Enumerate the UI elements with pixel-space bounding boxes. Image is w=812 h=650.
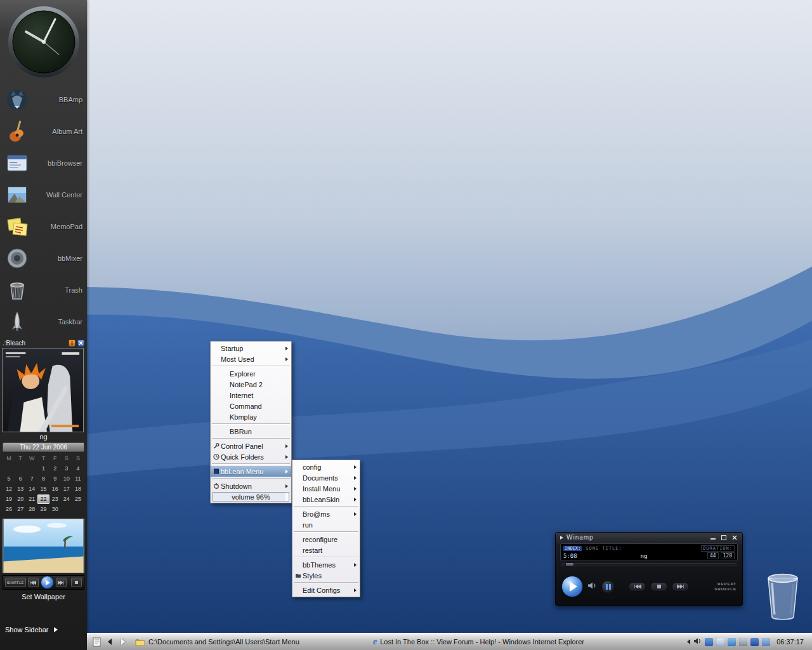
stop-button[interactable] — [71, 578, 82, 587]
calendar-day[interactable]: 23 — [49, 494, 61, 504]
menu-item-restart[interactable]: restart — [292, 545, 360, 555]
tray-icon[interactable] — [739, 638, 747, 646]
tray-icon[interactable] — [762, 638, 770, 646]
dock-item-bbamp[interactable]: BBAmp — [0, 84, 87, 116]
menu-item-bbthemes[interactable]: bbThemes — [292, 559, 360, 570]
calendar-date-bar[interactable]: Thu 22 Jun 2006 — [3, 442, 84, 452]
calendar-day[interactable]: 10 — [61, 474, 72, 484]
close-icon[interactable] — [77, 340, 84, 347]
menu-item-quick-folders[interactable]: Quick Folders — [211, 451, 291, 462]
calendar-day[interactable]: 11 — [72, 474, 84, 484]
show-sidebar-toggle[interactable]: Show Sidebar — [0, 623, 87, 650]
menu-item-run[interactable]: run — [292, 519, 360, 530]
stop-button[interactable] — [650, 582, 667, 592]
dock-item-album-art[interactable]: Album Art — [0, 116, 87, 147]
volume-slider[interactable]: volume 96% — [213, 492, 289, 501]
calendar-day[interactable]: 15 — [37, 484, 49, 494]
workspace-previous-button[interactable] — [104, 636, 115, 647]
menu-item-styles[interactable]: Styles — [292, 570, 360, 581]
dock-item-bbibrowser[interactable]: bbiBrowser — [0, 147, 87, 179]
taskbar-clock[interactable]: 06:37:17 — [773, 638, 807, 646]
menu-item-reconfigure[interactable]: reconfigure — [292, 534, 360, 545]
previous-track-button[interactable] — [629, 582, 646, 592]
tray-icon[interactable] — [716, 638, 724, 646]
wallpaper-thumbnail[interactable] — [3, 519, 84, 573]
set-wallpaper-button[interactable]: Set Wallpaper — [0, 590, 87, 600]
calendar-day[interactable]: 6 — [15, 474, 26, 484]
minimize-button[interactable] — [709, 534, 716, 541]
menu-item-control-panel[interactable]: Control Panel — [211, 441, 291, 451]
volume-icon[interactable] — [587, 581, 597, 592]
previous-track-button[interactable] — [28, 578, 39, 587]
menu-item-shutdown[interactable]: Shutdown — [211, 481, 291, 491]
notes-quicklaunch-icon[interactable] — [91, 636, 102, 647]
menu-item-config[interactable]: config — [292, 461, 360, 472]
calendar-day[interactable]: 2 — [49, 464, 61, 474]
play-button[interactable] — [561, 576, 583, 597]
menu-item-edit-configs[interactable]: Edit Configs — [292, 585, 360, 595]
tray-collapse-chevron[interactable] — [687, 639, 690, 644]
calendar-day[interactable]: 20 — [15, 494, 26, 504]
calendar-day[interactable]: 12 — [3, 484, 15, 494]
calendar-day[interactable]: 21 — [26, 494, 37, 504]
calendar-day[interactable]: 30 — [49, 505, 61, 514]
calendar-day[interactable]: 19 — [3, 494, 15, 504]
calendar-today[interactable]: 22 — [37, 494, 49, 504]
play-button[interactable] — [41, 576, 54, 589]
seek-slider-knob[interactable] — [565, 562, 574, 567]
dock-item-memopad[interactable]: MemoPad — [0, 211, 87, 242]
dock-item-taskbar[interactable]: Taskbar — [0, 306, 87, 338]
tray-icon[interactable] — [750, 638, 759, 646]
taskbar-task-start-menu[interactable]: C:\Documents and Settings\All Users\Star… — [131, 635, 367, 649]
menu-item-internet[interactable]: Internet — [211, 390, 291, 401]
calendar-day[interactable]: 3 — [61, 464, 72, 474]
dock-item-trash[interactable]: Trash — [0, 274, 87, 306]
maximize-button[interactable] — [720, 534, 727, 541]
menu-item-install-menu[interactable]: Install Menu — [292, 483, 360, 494]
tray-icon[interactable] — [705, 638, 713, 646]
calendar-day[interactable]: 4 — [72, 464, 84, 474]
menu-item-most-used[interactable]: Most Used — [211, 354, 291, 364]
seek-slider[interactable] — [561, 563, 737, 566]
next-track-button[interactable] — [672, 582, 689, 592]
calendar-day[interactable]: 26 — [3, 505, 15, 514]
menu-item-bbrun[interactable]: BBRun — [211, 426, 291, 437]
calendar-day[interactable]: 1 — [37, 464, 49, 474]
calendar-day[interactable]: 16 — [49, 484, 61, 494]
workspace-next-button[interactable] — [117, 636, 129, 647]
pause-button[interactable] — [601, 580, 615, 594]
next-track-button[interactable] — [56, 578, 67, 587]
menu-item-bblean-menu[interactable]: bbLean Menu — [211, 466, 291, 477]
shuffle-button[interactable]: SHUFFLE — [5, 578, 26, 587]
calendar-day[interactable]: 13 — [15, 484, 26, 494]
calendar-day[interactable]: 9 — [49, 474, 61, 484]
tray-icon[interactable] — [728, 638, 736, 646]
info-button[interactable] — [69, 340, 75, 347]
close-icon[interactable] — [731, 534, 738, 541]
dock-item-wall-center[interactable]: Wall Center — [0, 179, 87, 211]
menu-item-broams[interactable]: Bro@ms — [292, 508, 360, 519]
calendar-day[interactable]: 14 — [26, 484, 37, 494]
dock-item-bbmixer[interactable]: bbMixer — [0, 242, 87, 274]
menu-item-explorer[interactable]: Explorer — [211, 368, 291, 379]
repeat-shuffle-flags[interactable]: REPEAT SHUFFLE — [714, 581, 737, 592]
winamp-titlebar[interactable]: Winamp — [556, 533, 742, 542]
menu-item-bbleanskin[interactable]: bbLeanSkin — [292, 494, 360, 505]
volume-tray-icon[interactable] — [693, 637, 702, 646]
calendar-day[interactable]: 28 — [26, 505, 37, 514]
calendar-day[interactable]: 24 — [61, 494, 72, 504]
recycle-bin-icon[interactable] — [764, 569, 802, 622]
calendar-day[interactable]: 5 — [3, 474, 15, 484]
calendar-day[interactable]: 29 — [37, 505, 49, 514]
calendar-day[interactable]: 17 — [61, 484, 72, 494]
menu-item-startup[interactable]: Startup — [211, 343, 291, 354]
calendar-day[interactable]: 18 — [72, 484, 84, 494]
calendar-day[interactable]: 8 — [37, 474, 49, 484]
calendar-day[interactable]: 25 — [72, 494, 84, 504]
menu-item-notepad2[interactable]: NotePad 2 — [211, 379, 291, 390]
calendar-day[interactable]: 7 — [26, 474, 37, 484]
menu-item-kbmplay[interactable]: Kbmplay — [211, 411, 291, 422]
taskbar-task-internet-explorer[interactable]: e Lost In The Box :: View Forum - Help! … — [369, 635, 683, 649]
menu-item-command[interactable]: Command — [211, 401, 291, 411]
menu-item-documents[interactable]: Documents — [292, 472, 360, 483]
